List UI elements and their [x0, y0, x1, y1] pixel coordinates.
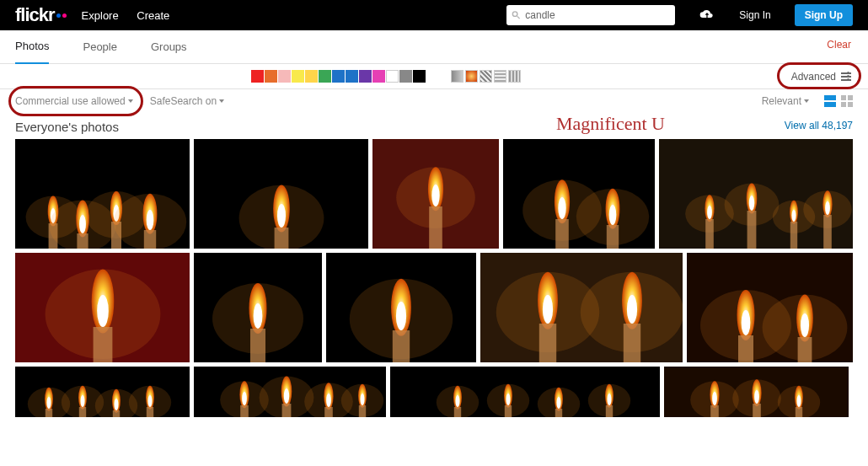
- svg-point-33: [431, 185, 439, 206]
- photo-thumbnail[interactable]: [687, 253, 853, 362]
- svg-rect-149: [710, 405, 719, 417]
- svg-rect-70: [250, 329, 265, 362]
- photo-thumbnail[interactable]: [664, 367, 849, 417]
- photo-thumbnail[interactable]: [480, 253, 683, 362]
- clear-filters[interactable]: Clear: [827, 39, 851, 51]
- color-swatch[interactable]: [332, 70, 345, 83]
- color-swatch[interactable]: [251, 70, 264, 83]
- svg-rect-16: [77, 233, 88, 249]
- nav-explore[interactable]: Explore: [82, 9, 119, 22]
- pattern-option[interactable]: [465, 70, 478, 83]
- svg-rect-6: [841, 102, 846, 107]
- chevron-down-icon: [219, 99, 224, 103]
- svg-point-28: [277, 204, 286, 228]
- svg-point-131: [455, 395, 459, 407]
- tab-photos[interactable]: Photos: [15, 30, 49, 64]
- svg-point-118: [284, 388, 289, 404]
- svg-rect-123: [324, 407, 333, 417]
- color-swatch[interactable]: [319, 70, 331, 83]
- photo-thumbnail[interactable]: [503, 139, 655, 249]
- photo-thumbnail[interactable]: [390, 367, 660, 417]
- svg-point-79: [543, 295, 553, 324]
- upload-icon[interactable]: [699, 9, 715, 21]
- pattern-option[interactable]: [480, 70, 492, 83]
- svg-rect-48: [705, 219, 714, 249]
- svg-point-59: [825, 201, 830, 215]
- photo-thumbnail[interactable]: [326, 253, 476, 362]
- license-filter[interactable]: Commercial use allowed: [15, 95, 133, 107]
- pattern-option[interactable]: [451, 70, 463, 83]
- svg-point-64: [97, 295, 109, 327]
- color-swatch[interactable]: [372, 70, 385, 83]
- photo-thumbnail[interactable]: [659, 139, 853, 249]
- tab-groups[interactable]: Groups: [151, 30, 187, 64]
- svg-rect-84: [624, 324, 640, 362]
- search-input[interactable]: [525, 9, 670, 21]
- svg-rect-29: [275, 228, 289, 249]
- svg-rect-132: [454, 407, 461, 417]
- signup-button[interactable]: Sign Up: [795, 4, 853, 26]
- sort-dropdown[interactable]: Relevant: [762, 95, 809, 107]
- chevron-down-icon: [128, 99, 133, 103]
- svg-rect-127: [359, 405, 366, 417]
- photo-thumbnail[interactable]: [194, 253, 322, 362]
- photo-thumbnail[interactable]: [194, 139, 368, 249]
- svg-rect-39: [555, 219, 569, 249]
- svg-point-122: [326, 394, 331, 407]
- svg-point-105: [114, 399, 118, 410]
- photo-thumbnail[interactable]: [194, 367, 386, 417]
- photo-thumbnail[interactable]: [372, 139, 499, 249]
- svg-point-152: [754, 390, 759, 404]
- results-header: Everyone's photos Magnificent U View all…: [0, 113, 868, 139]
- svg-point-51: [749, 196, 754, 211]
- svg-point-114: [242, 392, 247, 405]
- top-nav-links: Explore Create: [82, 9, 185, 22]
- flickr-logo[interactable]: flickr: [15, 4, 67, 26]
- svg-point-101: [80, 395, 84, 407]
- svg-rect-75: [393, 330, 410, 362]
- svg-rect-98: [46, 409, 52, 417]
- view-all-link[interactable]: View all 48,197: [785, 120, 853, 131]
- pattern-option[interactable]: [508, 70, 521, 83]
- svg-rect-24: [144, 230, 156, 249]
- tab-people[interactable]: People: [83, 30, 116, 64]
- svg-rect-34: [429, 206, 442, 249]
- color-swatch[interactable]: [292, 70, 304, 83]
- options-bar: Commercial use allowed SafeSearch on Rel…: [0, 89, 868, 113]
- svg-rect-80: [539, 324, 556, 362]
- photo-thumbnail[interactable]: [15, 253, 190, 362]
- svg-point-126: [360, 394, 364, 405]
- color-swatch[interactable]: [265, 70, 277, 83]
- view-grid-icon[interactable]: [841, 95, 853, 107]
- svg-rect-119: [282, 404, 292, 417]
- top-navbar: flickr Explore Create Sign In Sign Up: [0, 0, 868, 30]
- svg-rect-89: [738, 335, 753, 362]
- safesearch-filter[interactable]: SafeSearch on: [150, 95, 224, 107]
- color-swatch[interactable]: [305, 70, 318, 83]
- signin-link[interactable]: Sign In: [739, 9, 770, 21]
- svg-rect-52: [747, 211, 757, 249]
- color-swatch[interactable]: [359, 70, 372, 83]
- color-swatch[interactable]: [278, 70, 291, 83]
- svg-rect-144: [606, 405, 613, 417]
- view-justified-icon[interactable]: [824, 95, 836, 107]
- svg-rect-65: [94, 327, 113, 362]
- photo-thumbnail[interactable]: [15, 139, 190, 249]
- photo-thumbnail[interactable]: [15, 367, 190, 417]
- results-title: Everyone's photos: [15, 120, 119, 134]
- color-swatch[interactable]: [346, 70, 358, 83]
- color-swatch[interactable]: [386, 70, 399, 83]
- svg-rect-102: [79, 407, 86, 417]
- svg-point-139: [556, 397, 560, 409]
- svg-rect-106: [113, 410, 120, 417]
- pattern-option[interactable]: [494, 70, 506, 83]
- color-swatches: [251, 70, 426, 83]
- filter-bar: Advanced: [0, 64, 868, 89]
- color-swatch[interactable]: [413, 70, 426, 83]
- color-swatch[interactable]: [399, 70, 412, 83]
- nav-create[interactable]: Create: [137, 9, 169, 22]
- svg-point-88: [742, 310, 751, 335]
- svg-point-74: [396, 302, 406, 330]
- advanced-toggle[interactable]: Advanced: [791, 71, 851, 83]
- search-box[interactable]: [506, 5, 675, 25]
